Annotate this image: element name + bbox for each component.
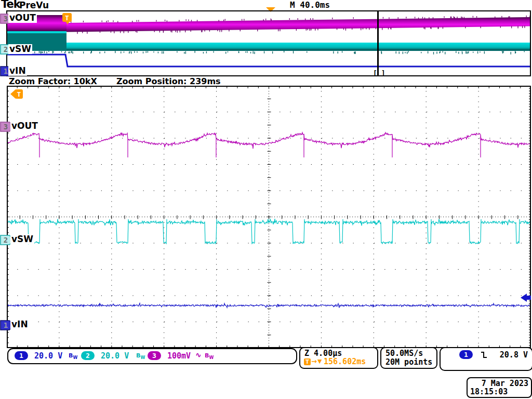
svg-text:2: 2 <box>4 45 8 54</box>
acquisition-mode: PreVu <box>19 0 49 10</box>
timebase-readout: M 40.0ms <box>290 0 330 10</box>
acquisition-box: 50.0MS/s 20M points <box>380 347 437 369</box>
bandwidth-limit-icon: BW <box>69 352 77 360</box>
arrow-right-icon: → <box>311 357 317 365</box>
overview-vin-label: vIN <box>8 66 27 76</box>
channel1-badge: 1 <box>15 351 28 360</box>
zoom-position-readout: Zoom Position: 239ms <box>116 76 221 86</box>
triangle-down-icon: ▼ <box>317 358 322 365</box>
time-readout: 18:15:03 <box>470 387 508 396</box>
channel-settings-bar: 1 20.0 V BW 2 20.0 V BW 3 100mV ∿ BW <box>7 348 297 364</box>
main-vin-label: vIN <box>10 320 29 329</box>
main-graticule: T <box>7 86 531 348</box>
bandwidth-limit-icon: BW <box>136 352 145 360</box>
svg-text:3: 3 <box>4 123 8 131</box>
zoom-timebase-box: Z 4.00µs T → ▼ 156.602ms <box>299 347 378 369</box>
trigger-source-badge: 1 <box>459 350 473 359</box>
overview-vout-label: vOUT <box>8 13 37 23</box>
sample-rate-readout: 50.0MS/s <box>385 349 423 358</box>
trigger-level-arrow-icon <box>521 294 531 302</box>
record-length-readout: 20M points <box>385 357 432 367</box>
zoom-window-bracket: [ ] <box>373 69 385 77</box>
tek-logo: Tek <box>1 0 20 10</box>
oscilloscope-screen: Tek PreVu M 40.0ms T [ ] 3 <box>0 0 532 399</box>
datetime-box: 7 Mar 2023 18:15:03 <box>467 377 532 398</box>
svg-text:T: T <box>65 14 69 22</box>
bandwidth-limit-icon: BW <box>205 352 214 360</box>
svg-text:2: 2 <box>4 236 8 244</box>
overview-window: T <box>6 10 531 76</box>
main-trigger-flag-icon: T <box>10 89 23 99</box>
svg-text:3: 3 <box>4 15 8 23</box>
trigger-icon: T <box>304 358 311 365</box>
svg-text:1: 1 <box>4 67 8 75</box>
falling-edge-icon <box>480 351 488 359</box>
zoom-delay-readout: 156.602ms <box>324 357 366 366</box>
channel3-scale: 100mV <box>167 351 191 361</box>
channel1-scale: 20.0 V <box>34 351 62 361</box>
trigger-level-readout: 20.8 V <box>500 350 528 360</box>
trigger-box: 1 20.8 V <box>440 347 532 371</box>
svg-text:1: 1 <box>4 321 8 329</box>
main-vsw-label: vSW <box>10 234 34 244</box>
zoom-factor-readout: Zoom Factor: 10kX <box>9 76 97 86</box>
overview-vsw-label: vSW <box>8 44 32 54</box>
main-vout-label: vOUT <box>10 121 39 131</box>
ac-coupling-icon: ∿ <box>195 351 202 359</box>
channel2-scale: 20.0 V <box>101 351 129 361</box>
channel2-badge: 2 <box>81 351 95 360</box>
channel3-badge: 3 <box>148 351 161 360</box>
zoom-window-marker <box>377 11 379 75</box>
svg-text:T: T <box>17 90 21 98</box>
